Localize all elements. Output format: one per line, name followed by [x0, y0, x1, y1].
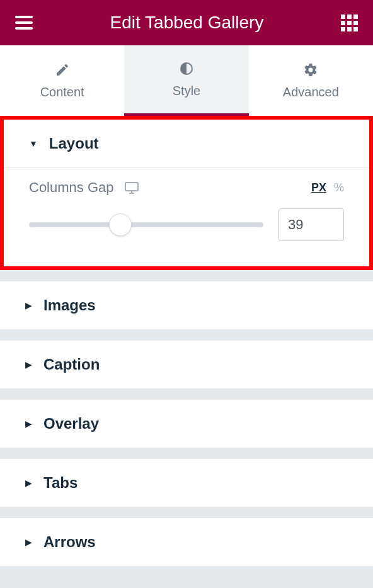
section-layout-title: Layout	[49, 135, 99, 152]
header-bar: Edit Tabbed Gallery	[0, 0, 373, 45]
unit-px[interactable]: PX	[311, 181, 326, 195]
svg-rect-0	[125, 183, 138, 191]
section-caption: ▶ Caption	[0, 341, 373, 388]
desktop-icon[interactable]	[124, 181, 139, 194]
section-caption-title: Caption	[43, 356, 100, 373]
tab-advanced-label: Advanced	[283, 85, 339, 99]
section-tabs: ▶ Tabs	[0, 459, 373, 507]
columns-gap-row: Columns Gap PX %	[29, 179, 344, 196]
section-arrows-header[interactable]: ▶ Arrows	[0, 518, 373, 566]
section-caption-header[interactable]: ▶ Caption	[0, 341, 373, 388]
columns-gap-input[interactable]	[278, 208, 344, 241]
section-layout-body: Columns Gap PX %	[4, 167, 369, 266]
page-title: Edit Tabbed Gallery	[110, 13, 264, 33]
caret-down-icon: ▼	[29, 139, 38, 149]
tab-content-label: Content	[40, 85, 84, 99]
section-images-header[interactable]: ▶ Images	[0, 281, 373, 329]
columns-gap-slider-row	[29, 208, 344, 241]
section-layout: ▼ Layout Columns Gap PX %	[0, 116, 373, 270]
section-tabs-header[interactable]: ▶ Tabs	[0, 459, 373, 507]
section-arrows: ▶ Arrows	[0, 518, 373, 566]
tabs-bar: Content Style Advanced	[0, 45, 373, 116]
section-images: ▶ Images	[0, 281, 373, 329]
section-overlay-header[interactable]: ▶ Overlay	[0, 400, 373, 448]
gear-icon	[303, 62, 318, 77]
slider-thumb[interactable]	[109, 213, 132, 236]
section-tabs-title: Tabs	[43, 474, 77, 492]
section-images-title: Images	[43, 297, 96, 314]
sections-container: ▼ Layout Columns Gap PX %	[0, 116, 373, 566]
tab-style-label: Style	[173, 84, 200, 98]
caret-right-icon: ▶	[25, 478, 32, 488]
tab-content[interactable]: Content	[0, 45, 124, 116]
caret-right-icon: ▶	[25, 419, 32, 429]
pencil-icon	[55, 62, 70, 77]
unit-percent[interactable]: %	[334, 181, 344, 195]
section-layout-header[interactable]: ▼ Layout	[4, 120, 369, 167]
columns-gap-slider[interactable]	[29, 222, 263, 227]
section-overlay-title: Overlay	[43, 415, 99, 433]
columns-gap-label: Columns Gap	[29, 179, 114, 196]
tab-advanced[interactable]: Advanced	[249, 45, 373, 116]
menu-icon[interactable]	[15, 16, 33, 30]
caret-right-icon: ▶	[25, 359, 32, 370]
apps-icon[interactable]	[341, 14, 358, 31]
caret-right-icon: ▶	[25, 537, 32, 547]
contrast-icon	[179, 61, 194, 76]
section-overlay: ▶ Overlay	[0, 400, 373, 448]
columns-gap-label-group: Columns Gap	[29, 179, 139, 196]
unit-selector: PX %	[311, 181, 344, 195]
caret-right-icon: ▶	[25, 300, 32, 310]
tab-style[interactable]: Style	[124, 45, 248, 116]
section-arrows-title: Arrows	[43, 533, 96, 551]
